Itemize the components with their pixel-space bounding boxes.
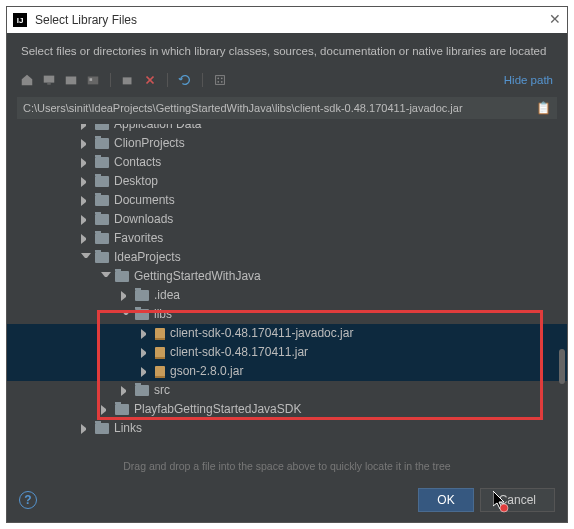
chevron-down-icon[interactable] — [81, 253, 91, 263]
tree-row[interactable]: Favorites — [7, 229, 567, 248]
folder-icon — [115, 271, 129, 282]
chevron-right-icon[interactable] — [101, 405, 111, 415]
tree-row[interactable]: client-sdk-0.48.170411-javadoc.jar — [7, 324, 567, 343]
desktop-icon[interactable] — [39, 70, 59, 90]
hide-path-link[interactable]: Hide path — [504, 74, 553, 86]
folder-icon — [95, 124, 109, 130]
path-text: C:\Users\sinit\IdeaProjects\GettingStart… — [23, 102, 530, 114]
folder-icon — [95, 138, 109, 149]
new-folder-icon[interactable] — [118, 70, 138, 90]
folder-icon — [95, 157, 109, 168]
drop-hint: Drag and drop a file into the space abov… — [7, 454, 567, 478]
tree-row[interactable]: Links — [7, 419, 567, 438]
chevron-right-icon[interactable] — [81, 215, 91, 225]
chevron-right-icon[interactable] — [121, 291, 131, 301]
home-icon[interactable] — [17, 70, 37, 90]
chevron-right-icon[interactable] — [141, 367, 151, 377]
refresh-icon[interactable] — [175, 70, 195, 90]
chevron-right-icon[interactable] — [81, 424, 91, 434]
chevron-right-icon[interactable] — [141, 329, 151, 339]
project-icon[interactable] — [61, 70, 81, 90]
help-icon[interactable]: ? — [19, 491, 37, 509]
file-tree[interactable]: Application DataClionProjectsContactsDes… — [7, 124, 567, 454]
cancel-button-label: Cancel — [499, 493, 536, 507]
svg-rect-1 — [47, 84, 51, 85]
scrollbar[interactable] — [559, 349, 565, 384]
jar-icon — [155, 328, 165, 340]
window-title: Select Library Files — [35, 13, 137, 27]
svg-point-11 — [217, 81, 219, 83]
tree-item-label: src — [154, 381, 170, 400]
svg-rect-4 — [90, 78, 93, 81]
tree-item-label: client-sdk-0.48.170411-javadoc.jar — [170, 324, 353, 343]
svg-rect-5 — [123, 77, 132, 84]
folder-icon — [95, 214, 109, 225]
tree-item-label: Favorites — [114, 229, 163, 248]
chevron-right-icon[interactable] — [81, 177, 91, 187]
tree-row[interactable]: Contacts — [7, 153, 567, 172]
folder-icon — [135, 290, 149, 301]
tree-row[interactable]: Downloads — [7, 210, 567, 229]
chevron-right-icon[interactable] — [81, 139, 91, 149]
chevron-right-icon[interactable] — [81, 196, 91, 206]
show-hidden-icon[interactable] — [210, 70, 230, 90]
dialog-window: IJ Select Library Files ✕ Select files o… — [6, 6, 568, 523]
tree-item-label: GettingStartedWithJava — [134, 267, 261, 286]
titlebar: IJ Select Library Files ✕ — [7, 7, 567, 33]
tree-row[interactable]: ClionProjects — [7, 134, 567, 153]
tree-row[interactable]: libs — [7, 305, 567, 324]
tree-item-label: Links — [114, 419, 142, 438]
folder-icon — [95, 233, 109, 244]
tree-item-label: IdeaProjects — [114, 248, 181, 267]
app-logo: IJ — [13, 13, 27, 27]
tree-row[interactable]: src — [7, 381, 567, 400]
tree-item-label: .idea — [154, 286, 180, 305]
chevron-right-icon[interactable] — [81, 124, 91, 130]
tree-row[interactable]: GettingStartedWithJava — [7, 267, 567, 286]
path-input[interactable]: C:\Users\sinit\IdeaProjects\GettingStart… — [17, 97, 557, 119]
svg-rect-0 — [44, 76, 55, 83]
close-icon[interactable]: ✕ — [549, 11, 561, 27]
folder-icon — [115, 404, 129, 415]
svg-point-10 — [221, 77, 223, 79]
svg-rect-3 — [88, 77, 99, 85]
module-icon[interactable] — [83, 70, 103, 90]
svg-rect-8 — [216, 76, 225, 85]
folder-icon — [95, 252, 109, 263]
folder-icon — [95, 195, 109, 206]
svg-rect-2 — [66, 77, 77, 85]
cancel-button[interactable]: Cancel — [480, 488, 555, 512]
tree-item-label: Desktop — [114, 172, 158, 191]
tree-row[interactable]: client-sdk-0.48.170411.jar — [7, 343, 567, 362]
tree-item-label: libs — [154, 305, 172, 324]
folder-icon — [135, 309, 149, 320]
folder-icon — [135, 385, 149, 396]
svg-point-9 — [217, 77, 219, 79]
tree-row[interactable]: Application Data — [7, 124, 567, 134]
chevron-right-icon[interactable] — [81, 234, 91, 244]
history-icon[interactable]: 📋 — [536, 101, 551, 115]
ok-button[interactable]: OK — [418, 488, 473, 512]
tree-item-label: client-sdk-0.48.170411.jar — [170, 343, 308, 362]
tree-item-label: Application Data — [114, 124, 201, 134]
tree-row[interactable]: Documents — [7, 191, 567, 210]
footer: ? OK Cancel — [7, 478, 567, 522]
chevron-down-icon[interactable] — [101, 272, 111, 282]
tree-row[interactable]: Desktop — [7, 172, 567, 191]
tree-row[interactable]: .idea — [7, 286, 567, 305]
tree-row[interactable]: IdeaProjects — [7, 248, 567, 267]
dialog-subtitle: Select files or directories in which lib… — [7, 33, 567, 67]
folder-icon — [95, 423, 109, 434]
tree-row[interactable]: gson-2.8.0.jar — [7, 362, 567, 381]
chevron-right-icon[interactable] — [141, 348, 151, 358]
tree-item-label: PlayfabGettingStartedJavaSDK — [134, 400, 301, 419]
chevron-down-icon[interactable] — [121, 310, 131, 320]
tree-row[interactable]: PlayfabGettingStartedJavaSDK — [7, 400, 567, 419]
chevron-right-icon[interactable] — [81, 158, 91, 168]
tree-item-label: Contacts — [114, 153, 161, 172]
ok-button-label: OK — [437, 493, 454, 507]
chevron-right-icon[interactable] — [121, 386, 131, 396]
jar-icon — [155, 366, 165, 378]
delete-icon[interactable] — [140, 70, 160, 90]
svg-point-12 — [221, 81, 223, 83]
